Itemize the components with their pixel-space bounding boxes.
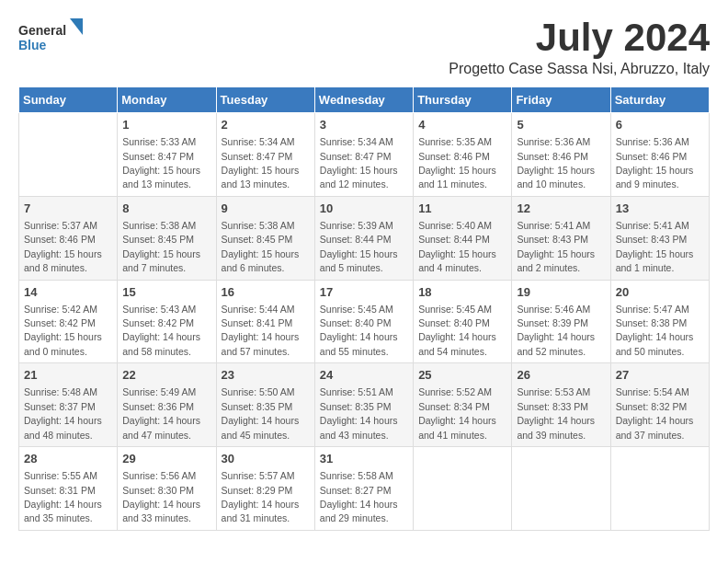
calendar-cell <box>512 447 610 531</box>
calendar-cell: 25Sunrise: 5:52 AM Sunset: 8:34 PM Dayli… <box>414 363 512 447</box>
calendar-cell: 26Sunrise: 5:53 AM Sunset: 8:33 PM Dayli… <box>512 363 610 447</box>
calendar-cell <box>19 113 118 197</box>
week-row-4: 21Sunrise: 5:48 AM Sunset: 8:37 PM Dayli… <box>19 363 710 447</box>
day-info: Sunrise: 5:48 AM Sunset: 8:37 PM Dayligh… <box>24 386 102 440</box>
calendar-cell: 5Sunrise: 5:36 AM Sunset: 8:46 PM Daylig… <box>512 113 610 197</box>
calendar-cell: 14Sunrise: 5:42 AM Sunset: 8:42 PM Dayli… <box>19 280 118 363</box>
header-day-saturday: Saturday <box>610 87 709 113</box>
day-number: 5 <box>517 117 605 133</box>
day-info: Sunrise: 5:38 AM Sunset: 8:45 PM Dayligh… <box>122 220 200 273</box>
calendar-cell: 30Sunrise: 5:57 AM Sunset: 8:29 PM Dayli… <box>216 447 314 531</box>
week-row-3: 14Sunrise: 5:42 AM Sunset: 8:42 PM Dayli… <box>19 280 710 363</box>
calendar-cell: 22Sunrise: 5:49 AM Sunset: 8:36 PM Dayli… <box>118 363 216 447</box>
calendar-cell: 1Sunrise: 5:33 AM Sunset: 8:47 PM Daylig… <box>118 113 216 197</box>
day-info: Sunrise: 5:56 AM Sunset: 8:30 PM Dayligh… <box>122 470 200 523</box>
calendar-cell: 8Sunrise: 5:38 AM Sunset: 8:45 PM Daylig… <box>118 196 216 280</box>
calendar-cell: 29Sunrise: 5:56 AM Sunset: 8:30 PM Dayli… <box>118 447 216 531</box>
day-info: Sunrise: 5:35 AM Sunset: 8:46 PM Dayligh… <box>418 136 496 190</box>
day-number: 31 <box>320 451 408 467</box>
day-number: 25 <box>418 367 506 384</box>
day-number: 21 <box>24 367 112 384</box>
calendar-cell: 24Sunrise: 5:51 AM Sunset: 8:35 PM Dayli… <box>314 363 413 447</box>
day-number: 29 <box>122 451 210 467</box>
day-info: Sunrise: 5:51 AM Sunset: 8:35 PM Dayligh… <box>320 386 398 440</box>
day-info: Sunrise: 5:58 AM Sunset: 8:27 PM Dayligh… <box>320 470 398 523</box>
day-info: Sunrise: 5:34 AM Sunset: 8:47 PM Dayligh… <box>320 136 398 190</box>
day-number: 28 <box>24 451 112 467</box>
week-row-2: 7Sunrise: 5:37 AM Sunset: 8:46 PM Daylig… <box>19 196 710 280</box>
day-number: 11 <box>418 201 506 217</box>
calendar-cell: 21Sunrise: 5:48 AM Sunset: 8:37 PM Dayli… <box>19 363 118 447</box>
day-info: Sunrise: 5:41 AM Sunset: 8:43 PM Dayligh… <box>517 220 595 273</box>
day-number: 6 <box>616 117 704 133</box>
svg-text:Blue: Blue <box>18 38 47 52</box>
day-info: Sunrise: 5:57 AM Sunset: 8:29 PM Dayligh… <box>222 470 300 523</box>
header: General Blue July 2024 Progetto Case Sas… <box>18 18 710 77</box>
day-number: 30 <box>222 451 310 467</box>
calendar-cell: 18Sunrise: 5:45 AM Sunset: 8:40 PM Dayli… <box>414 280 512 363</box>
day-info: Sunrise: 5:50 AM Sunset: 8:35 PM Dayligh… <box>222 386 300 440</box>
day-number: 10 <box>320 201 408 217</box>
day-number: 8 <box>122 201 210 217</box>
day-info: Sunrise: 5:38 AM Sunset: 8:45 PM Dayligh… <box>222 220 300 273</box>
day-number: 4 <box>418 117 506 133</box>
day-number: 16 <box>222 284 310 301</box>
logo: General Blue <box>18 18 83 59</box>
calendar-cell: 19Sunrise: 5:46 AM Sunset: 8:39 PM Dayli… <box>512 280 610 363</box>
header-day-monday: Monday <box>118 87 216 113</box>
day-number: 24 <box>320 367 408 384</box>
title-area: July 2024 Progetto Case Sassa Nsi, Abruz… <box>449 18 710 77</box>
calendar-cell: 20Sunrise: 5:47 AM Sunset: 8:38 PM Dayli… <box>610 280 709 363</box>
subtitle: Progetto Case Sassa Nsi, Abruzzo, Italy <box>449 61 710 77</box>
day-number: 27 <box>616 367 704 384</box>
day-info: Sunrise: 5:36 AM Sunset: 8:46 PM Dayligh… <box>517 136 595 190</box>
day-number: 7 <box>24 201 112 217</box>
calendar-table: SundayMondayTuesdayWednesdayThursdayFrid… <box>18 86 710 531</box>
day-number: 15 <box>122 284 210 301</box>
calendar-cell: 2Sunrise: 5:34 AM Sunset: 8:47 PM Daylig… <box>216 113 314 197</box>
day-number: 2 <box>222 117 310 133</box>
day-number: 26 <box>517 367 605 384</box>
calendar-cell: 16Sunrise: 5:44 AM Sunset: 8:41 PM Dayli… <box>216 280 314 363</box>
day-info: Sunrise: 5:47 AM Sunset: 8:38 PM Dayligh… <box>616 304 694 357</box>
day-info: Sunrise: 5:53 AM Sunset: 8:33 PM Dayligh… <box>517 386 595 440</box>
calendar-cell: 31Sunrise: 5:58 AM Sunset: 8:27 PM Dayli… <box>314 447 413 531</box>
calendar-cell: 17Sunrise: 5:45 AM Sunset: 8:40 PM Dayli… <box>314 280 413 363</box>
calendar-cell: 13Sunrise: 5:41 AM Sunset: 8:43 PM Dayli… <box>610 196 709 280</box>
svg-marker-2 <box>70 18 83 35</box>
calendar-cell <box>414 447 512 531</box>
day-number: 12 <box>517 201 605 217</box>
day-info: Sunrise: 5:45 AM Sunset: 8:40 PM Dayligh… <box>320 304 398 357</box>
calendar-cell: 7Sunrise: 5:37 AM Sunset: 8:46 PM Daylig… <box>19 196 118 280</box>
day-number: 20 <box>616 284 704 301</box>
day-number: 14 <box>24 284 112 301</box>
calendar-cell: 9Sunrise: 5:38 AM Sunset: 8:45 PM Daylig… <box>216 196 314 280</box>
day-number: 23 <box>222 367 310 384</box>
calendar-cell: 27Sunrise: 5:54 AM Sunset: 8:32 PM Dayli… <box>610 363 709 447</box>
day-number: 19 <box>517 284 605 301</box>
day-number: 13 <box>616 201 704 217</box>
day-info: Sunrise: 5:34 AM Sunset: 8:47 PM Dayligh… <box>222 136 300 190</box>
day-number: 17 <box>320 284 408 301</box>
day-number: 9 <box>222 201 310 217</box>
calendar-cell: 15Sunrise: 5:43 AM Sunset: 8:42 PM Dayli… <box>118 280 216 363</box>
day-number: 18 <box>418 284 506 301</box>
header-day-tuesday: Tuesday <box>216 87 314 113</box>
day-info: Sunrise: 5:44 AM Sunset: 8:41 PM Dayligh… <box>222 304 300 357</box>
day-info: Sunrise: 5:40 AM Sunset: 8:44 PM Dayligh… <box>418 220 496 273</box>
calendar-cell: 4Sunrise: 5:35 AM Sunset: 8:46 PM Daylig… <box>414 113 512 197</box>
day-number: 3 <box>320 117 408 133</box>
header-day-thursday: Thursday <box>414 87 512 113</box>
day-number: 1 <box>122 117 210 133</box>
day-info: Sunrise: 5:37 AM Sunset: 8:46 PM Dayligh… <box>24 220 102 273</box>
day-info: Sunrise: 5:36 AM Sunset: 8:46 PM Dayligh… <box>616 136 694 190</box>
header-row: SundayMondayTuesdayWednesdayThursdayFrid… <box>19 87 710 113</box>
header-day-wednesday: Wednesday <box>314 87 413 113</box>
day-info: Sunrise: 5:41 AM Sunset: 8:43 PM Dayligh… <box>616 220 694 273</box>
logo-svg: General Blue <box>18 18 83 59</box>
header-day-friday: Friday <box>512 87 610 113</box>
day-info: Sunrise: 5:43 AM Sunset: 8:42 PM Dayligh… <box>122 304 200 357</box>
calendar-cell: 11Sunrise: 5:40 AM Sunset: 8:44 PM Dayli… <box>414 196 512 280</box>
main-title: July 2024 <box>449 18 710 57</box>
day-number: 22 <box>122 367 210 384</box>
